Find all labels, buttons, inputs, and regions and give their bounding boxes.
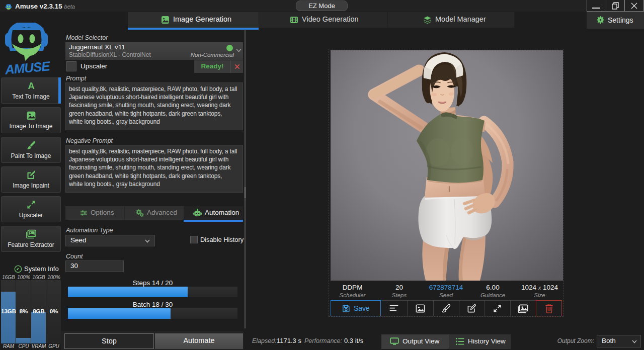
svg-text:AMUSE: AMUSE xyxy=(4,58,51,75)
svg-text:A: A xyxy=(28,81,34,91)
